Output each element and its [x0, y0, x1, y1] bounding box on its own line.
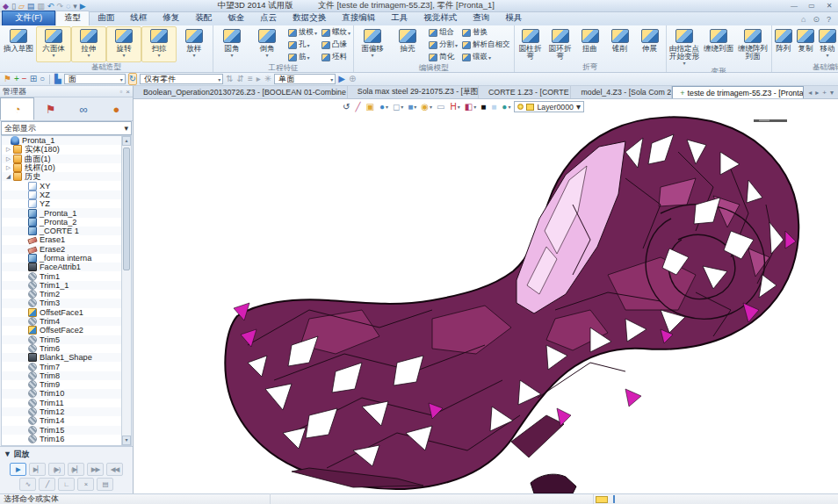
ribbon-button[interactable]: 六面体▾ — [36, 26, 71, 62]
tree-item[interactable]: Trim3 — [2, 299, 121, 307]
screen-icon[interactable]: ▭ — [437, 102, 445, 112]
ribbon-small-button[interactable]: 镶嵌▾ — [460, 51, 513, 63]
chain-pick-icon[interactable]: ⊕ — [349, 74, 356, 84]
background-dark-icon[interactable]: ■ — [480, 102, 487, 112]
ribbon-small-button[interactable]: 坯料 — [320, 51, 352, 63]
layer-visibility-bulb-icon[interactable] — [517, 104, 524, 110]
save-icon[interactable]: ▤ — [27, 2, 35, 11]
face-mode-combo[interactable]: 单面▾ — [274, 74, 336, 84]
vertex-tool-button[interactable]: ∟ — [58, 478, 75, 491]
remove-entity-icon[interactable]: − — [22, 74, 27, 84]
tree-scrollbar[interactable]: ▴ ▾ — [121, 136, 131, 445]
tree-item[interactable]: Blank1_Shape — [2, 353, 121, 362]
ribbon-small-button[interactable]: 简化 — [427, 51, 459, 63]
ribbon-button[interactable]: 面偏移▾ — [355, 26, 390, 63]
open-file-icon[interactable]: ▱ — [18, 2, 25, 11]
tree-item[interactable]: Trim14 — [2, 416, 121, 425]
tree-item[interactable]: Trim7 — [2, 362, 121, 371]
tree-item[interactable]: _Pronta_2 — [2, 218, 121, 227]
tree-item[interactable]: Pronta_1 — [2, 136, 121, 145]
multi-view-icon[interactable]: ◧▾ — [465, 102, 476, 112]
ribbon-small-button[interactable]: 组合 — [427, 26, 459, 39]
scroll-down-icon[interactable]: ▾ — [122, 436, 131, 445]
panel-pin-icon[interactable]: ▫ — [119, 88, 122, 96]
pick-box-icon[interactable]: ⊞ — [30, 74, 37, 84]
ribbon-tab[interactable]: 装配 — [187, 11, 220, 25]
ribbon-tab[interactable]: 点云 — [252, 11, 285, 25]
scroll-up-icon[interactable]: ▴ — [122, 136, 131, 146]
tree-item[interactable]: ◢ 历史 — [2, 172, 121, 181]
ribbon-button[interactable]: 旋转▾ — [106, 26, 141, 62]
table-button[interactable]: ▤ — [97, 478, 113, 491]
ribbon-tab[interactable]: 直接编辑 — [334, 11, 383, 25]
auto-regen-icon[interactable]: ↻ — [128, 73, 137, 85]
fast-forward-button[interactable]: ▶▶ — [87, 463, 104, 476]
ribbon-tab[interactable]: 视觉样式 — [415, 11, 465, 25]
puck-display-icon[interactable]: ●▾ — [502, 102, 510, 112]
ribbon-button[interactable]: 圆角▾ — [214, 26, 249, 63]
file-menu-button[interactable]: 文件(F) — [2, 11, 55, 25]
display-filter-combo[interactable]: 全部显示 ▾ — [1, 121, 132, 135]
ribbon-button[interactable]: 扫掠▾ — [141, 26, 177, 62]
tree-item[interactable]: Trim10 — [2, 389, 121, 398]
section-ring-icon[interactable]: ◉▾ — [421, 102, 432, 112]
tab-scroll-left-icon[interactable]: ◂ — [808, 89, 812, 97]
ribbon-small-button[interactable]: 替换 — [460, 26, 513, 39]
redo-icon[interactable]: ↷ — [56, 2, 63, 11]
part-filter-combo[interactable]: 仅有零件▾ — [140, 74, 223, 84]
ribbon-tab[interactable]: 修复 — [155, 11, 187, 25]
tree-expander[interactable]: ◢ — [6, 172, 13, 181]
ribbon-tab[interactable]: 线框 — [122, 11, 155, 25]
ribbon-small-button[interactable]: 解析自相交 — [460, 39, 513, 51]
document-tab[interactable]: CORTE 1.Z3 - [CORTE 1] — [479, 86, 571, 98]
ribbon-small-button[interactable]: 分割▾ — [427, 39, 459, 51]
tree-item[interactable]: Trim4 — [2, 317, 121, 326]
style-icon[interactable]: ⊙ — [813, 15, 820, 24]
play-button[interactable]: ▶ — [10, 463, 26, 476]
tab-add-icon[interactable]: + — [822, 89, 827, 97]
tree-item[interactable]: Trim5 — [2, 335, 121, 344]
tree-item[interactable]: Trim12 — [2, 407, 121, 416]
sort-up-icon[interactable]: ⇅ — [226, 74, 233, 84]
ribbon-button[interactable]: 伸展 — [635, 26, 665, 62]
tree-item[interactable]: XZ — [2, 191, 121, 199]
tree-item[interactable]: XY — [2, 181, 121, 190]
display-attr-icon[interactable]: ▙ — [54, 74, 61, 84]
quick-box-icon[interactable]: ▣ — [365, 102, 374, 112]
qat-menu-icon[interactable]: ▾ — [73, 2, 77, 11]
play-to-end-button[interactable]: ▶▏ — [29, 463, 46, 476]
tree-item[interactable]: Erase1 — [2, 235, 121, 244]
ribbon-small-button[interactable]: 孔▾ — [286, 39, 319, 51]
tree-item[interactable]: OffsetFace2 — [2, 326, 121, 335]
app-logo-icon[interactable]: ◆ — [3, 2, 9, 11]
ribbon-tab[interactable]: 查询 — [465, 11, 497, 25]
layer-combo[interactable]: Layer0000 ▾ — [514, 101, 584, 112]
tree-item[interactable]: ▷ 实体(180) — [2, 145, 121, 154]
ribbon-button[interactable]: 倒角▾ — [249, 26, 285, 63]
tree-expander[interactable]: ▷ — [6, 145, 13, 154]
ribbon-button[interactable]: 放样▾ — [177, 26, 212, 62]
ribbon-button[interactable]: 锥削 — [605, 26, 635, 62]
step-to-feature-button[interactable]: (▶▏ — [68, 463, 84, 476]
tree-item[interactable]: _Pronta_1 — [2, 208, 121, 217]
minimize-button[interactable]: — — [788, 2, 800, 10]
help-icon[interactable]: ? — [827, 15, 831, 24]
ribbon-button[interactable]: 由指定点开始变形▾ — [668, 26, 702, 67]
ribbon-tab[interactable]: 工具 — [383, 11, 415, 25]
ribbon-button[interactable]: 阵列 — [773, 26, 795, 62]
ribbon-small-button[interactable]: 拔模▾ — [286, 26, 319, 39]
burst-icon[interactable]: ✳ — [264, 74, 271, 84]
document-tab[interactable]: model_4.Z3 - [Sola Com 2%] — [571, 86, 672, 98]
delete-feature-button[interactable]: × — [77, 478, 94, 491]
home-icon[interactable]: ⌂ — [801, 15, 805, 24]
tree-item[interactable]: Trim8 — [2, 371, 121, 380]
scrollbar-thumb[interactable] — [123, 148, 130, 270]
assembly-manager-tab[interactable]: ⚑ — [34, 97, 67, 120]
ribbon-tab[interactable]: 钣金 — [220, 11, 252, 25]
ribbon-button[interactable]: 缠绕到面 — [702, 26, 736, 67]
ribbon-small-button[interactable]: 筋▾ — [286, 51, 319, 63]
ribbon-tab[interactable]: 数据交换 — [285, 11, 334, 25]
face-display-icon[interactable]: ■▾ — [408, 102, 416, 112]
tree-item[interactable]: Trim15 — [2, 426, 121, 435]
tree-expander[interactable]: ▷ — [6, 155, 13, 163]
